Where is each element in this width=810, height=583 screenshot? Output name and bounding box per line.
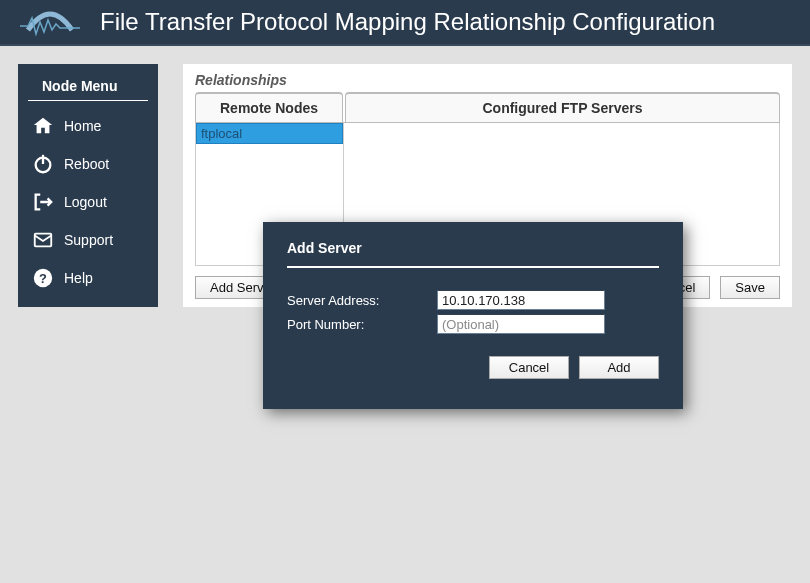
dialog-add-button[interactable]: Add (579, 356, 659, 379)
save-button[interactable]: Save (720, 276, 780, 299)
sidebar-item-logout[interactable]: Logout (18, 183, 158, 221)
port-number-row: Port Number: (287, 314, 659, 334)
logout-icon (32, 191, 54, 213)
sidebar-item-label: Reboot (64, 156, 109, 172)
sidebar-item-support[interactable]: Support (18, 221, 158, 259)
remote-node-item[interactable]: ftplocal (196, 123, 343, 144)
body-area: Node Menu Home Reboot Logout Support (0, 46, 810, 325)
dialog-title: Add Server (287, 240, 659, 268)
server-address-row: Server Address: (287, 290, 659, 310)
sidebar: Node Menu Home Reboot Logout Support (18, 64, 158, 307)
port-number-label: Port Number: (287, 317, 437, 332)
sidebar-item-label: Home (64, 118, 101, 134)
power-icon (32, 153, 54, 175)
sidebar-item-home[interactable]: Home (18, 107, 158, 145)
sidebar-item-label: Logout (64, 194, 107, 210)
sidebar-title: Node Menu (28, 74, 148, 101)
help-icon: ? (32, 267, 54, 289)
dialog-cancel-button[interactable]: Cancel (489, 356, 569, 379)
server-address-input[interactable] (437, 290, 605, 310)
svg-text:?: ? (39, 271, 47, 286)
main-panel: Relationships Remote Nodes Configured FT… (183, 64, 792, 307)
sidebar-item-help[interactable]: ? Help (18, 259, 158, 297)
remote-nodes-header: Remote Nodes (195, 92, 343, 122)
dialog-buttons: Cancel Add (287, 356, 659, 379)
logo-icon (20, 4, 80, 40)
sidebar-item-reboot[interactable]: Reboot (18, 145, 158, 183)
envelope-icon (32, 229, 54, 251)
page-title: File Transfer Protocol Mapping Relations… (100, 8, 715, 36)
port-number-input[interactable] (437, 314, 605, 334)
add-server-dialog: Add Server Server Address: Port Number: … (263, 222, 683, 409)
home-icon (32, 115, 54, 137)
server-address-label: Server Address: (287, 293, 437, 308)
configured-servers-header: Configured FTP Servers (345, 92, 780, 122)
app-header: File Transfer Protocol Mapping Relations… (0, 0, 810, 46)
sidebar-item-label: Support (64, 232, 113, 248)
sidebar-item-label: Help (64, 270, 93, 286)
column-headers: Remote Nodes Configured FTP Servers (195, 92, 780, 123)
panel-title: Relationships (195, 72, 780, 92)
